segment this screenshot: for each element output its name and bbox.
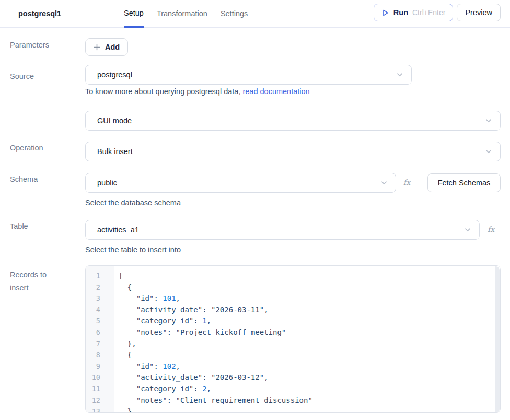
- run-button[interactable]: Run Ctrl+Enter: [374, 4, 454, 21]
- code-line[interactable]: {: [119, 282, 500, 294]
- chevron-down-icon: [484, 116, 493, 125]
- mode-select-value: GUI mode: [97, 116, 484, 125]
- chevron-down-icon: [484, 147, 493, 156]
- code-lines[interactable]: [ { "id": 101, "activity_date": "2026-03…: [114, 266, 500, 412]
- code-line[interactable]: "category_id": 1,: [119, 316, 500, 327]
- table-helper: Select the table to insert into: [85, 246, 181, 254]
- chevron-down-icon: [463, 226, 472, 234]
- read-documentation-link[interactable]: read documentation: [242, 87, 309, 96]
- label-table: Table: [10, 222, 28, 230]
- schema-fx-icon[interactable]: fx: [403, 178, 410, 186]
- fetch-schemas-button[interactable]: Fetch Schemas: [427, 173, 501, 192]
- header-buttons: Run Ctrl+Enter Preview: [374, 4, 501, 21]
- source-select[interactable]: postgresql: [85, 65, 412, 85]
- source-select-value: postgresql: [97, 71, 396, 79]
- table-select-value: activities_a1: [97, 226, 463, 234]
- add-parameter-button[interactable]: Add: [85, 38, 128, 56]
- run-label: Run: [393, 8, 408, 17]
- code-line[interactable]: "activity_date": "2026-03-11",: [119, 305, 500, 316]
- schema-helper: Select the database schema: [85, 199, 181, 207]
- code-line[interactable]: [: [119, 271, 500, 282]
- plus-icon: [94, 44, 100, 51]
- label-parameters: Parameters: [10, 41, 49, 49]
- run-shortcut: Ctrl+Enter: [412, 8, 445, 17]
- chevron-down-icon: [396, 71, 404, 79]
- code-line[interactable]: },: [119, 406, 500, 412]
- code-line[interactable]: "id": 101,: [119, 293, 500, 305]
- line-number: 2: [86, 282, 114, 294]
- play-icon: [381, 9, 389, 17]
- add-parameter-label: Add: [105, 43, 120, 51]
- code-line[interactable]: {: [119, 349, 500, 361]
- table-select[interactable]: activities_a1: [85, 220, 480, 240]
- preview-button[interactable]: Preview: [457, 4, 501, 21]
- tab-transformation[interactable]: Transformation: [157, 0, 207, 28]
- code-line[interactable]: "category id": 2,: [119, 383, 500, 395]
- code-line[interactable]: "notes": "Client requirement discussion": [119, 395, 500, 406]
- line-number: 4: [86, 305, 114, 316]
- line-number: 12: [86, 395, 114, 406]
- table-fx-icon[interactable]: fx: [488, 225, 494, 234]
- records-code-editor[interactable]: 12345678910111213 [ { "id": 101, "activi…: [85, 265, 501, 413]
- schema-select-value: public: [97, 179, 380, 187]
- chevron-down-icon: [380, 179, 388, 187]
- operation-select[interactable]: Bulk insert: [85, 142, 501, 161]
- line-number: 7: [86, 339, 114, 350]
- label-schema: Schema: [10, 175, 38, 183]
- code-line[interactable]: },: [119, 339, 500, 350]
- line-number: 6: [86, 327, 114, 339]
- mode-select[interactable]: GUI mode: [85, 111, 501, 131]
- operation-select-value: Bulk insert: [97, 147, 484, 156]
- label-records-to-insert: Records to insert: [10, 269, 62, 295]
- label-source: Source: [10, 72, 34, 80]
- line-number: 13: [86, 406, 114, 413]
- line-number: 8: [86, 349, 114, 361]
- line-number: 9: [86, 361, 114, 372]
- schema-select[interactable]: public: [85, 173, 396, 193]
- source-helper-text: To know more about querying postgresql d…: [85, 87, 242, 96]
- query-editor-panel: postgresql1 Setup Transformation Setting…: [0, 0, 510, 420]
- editor-scrollbar[interactable]: [495, 266, 500, 413]
- code-line[interactable]: "notes": "Project kickoff meeting": [119, 327, 500, 339]
- query-tabs: Setup Transformation Settings: [124, 0, 248, 28]
- line-number: 5: [86, 316, 114, 327]
- line-number: 3: [86, 293, 114, 305]
- query-header: postgresql1 Setup Transformation Setting…: [0, 0, 510, 28]
- code-line[interactable]: "activity_date": "2026-03-12",: [119, 372, 500, 383]
- line-number: 10: [86, 372, 114, 383]
- query-title: postgresql1: [18, 0, 61, 28]
- code-line[interactable]: "id": 102,: [119, 361, 500, 372]
- code-gutter: 12345678910111213: [86, 266, 114, 412]
- source-helper: To know more about querying postgresql d…: [85, 87, 310, 96]
- tab-settings[interactable]: Settings: [221, 0, 248, 28]
- tab-setup[interactable]: Setup: [124, 0, 144, 28]
- label-operation: Operation: [10, 144, 43, 152]
- line-number: 1: [86, 271, 114, 282]
- line-number: 11: [86, 383, 114, 395]
